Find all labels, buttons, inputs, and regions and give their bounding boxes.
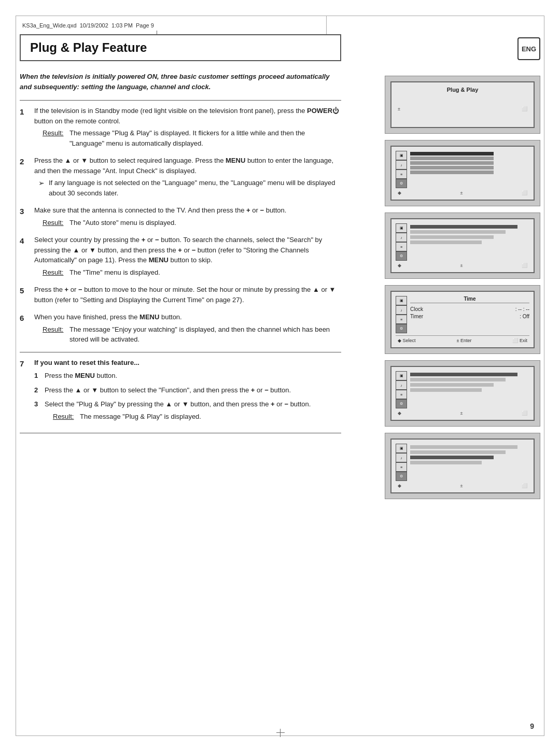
screen-4-sidebar: ▣ ♪ ≡ ⚙ (396, 296, 407, 333)
divider-1 (20, 100, 341, 101)
screen6-icon-3: ≡ (396, 462, 407, 472)
step-2-number: 2 (20, 155, 34, 198)
screen-5-pm: ± (460, 411, 463, 416)
screen-6: ▣ ♪ ≡ ⚙ ◆ ± ⬜ (385, 433, 540, 499)
screen-2-layout: ▣ ♪ ≡ ⚙ (396, 151, 529, 188)
screen5-icon-2: ♪ (396, 380, 407, 390)
page-header: KS3a_Eng_Wide.qxd 10/19/2002 1:03 PM Pag… (16, 16, 327, 34)
screen-2-menu: ⬜ (522, 190, 527, 195)
time-clock-value: : -- : -- (515, 306, 529, 312)
substep-7-3-result: Result: The message "Plug & Play" is dis… (53, 412, 341, 422)
step-6-result: Result: The message "Enjoy your watching… (43, 324, 341, 345)
screen-6-layout: ▣ ♪ ≡ ⚙ (396, 444, 529, 481)
header-text: KS3a_Eng_Wide.qxd (22, 22, 77, 29)
screen-3-pm: ± (460, 263, 463, 268)
step-1-content: If the television is in Standby mode (re… (34, 106, 341, 148)
step-1-result-text: The message "Plug & Play" is displayed. … (69, 128, 341, 148)
step-1-result-label: Result: (43, 128, 69, 148)
step-2-content: Press the ▲ or ▼ button to select requir… (34, 155, 341, 198)
screen-3: ▣ ♪ ≡ ⚙ ◆ ± ⬜ (385, 213, 540, 279)
lang-item-1 (410, 152, 494, 155)
main-content: Plug & Play Feature When the television … (20, 34, 341, 438)
step-1: 1 If the television is in Standby mode (… (20, 106, 341, 148)
screen-3-layout: ▣ ♪ ≡ ⚙ (396, 223, 529, 261)
screen3-icon-4: ⚙ (396, 251, 407, 261)
title-box: Plug & Play Feature (20, 34, 341, 61)
screen-2-inner: ▣ ♪ ≡ ⚙ ◆ ± ⬜ (390, 146, 535, 201)
screen3-icon-2: ♪ (396, 233, 407, 242)
screen-2-sidebar: ▣ ♪ ≡ ⚙ (396, 151, 407, 188)
screen-5-menu: ⬜ (522, 411, 527, 416)
page-title: Plug & Play Feature (30, 40, 331, 55)
screen-6-inner: ▣ ♪ ≡ ⚙ ◆ ± ⬜ (390, 438, 535, 493)
step-4-result-label: Result: (43, 267, 69, 278)
substep-7-3-result-label: Result: (53, 412, 80, 422)
step-3-result: Result: The "Auto store" menu is display… (43, 218, 341, 228)
icon-sound: ♪ (396, 160, 407, 169)
screen3-bar-3 (410, 235, 494, 239)
step-3-content: Make sure that the antenna is connected … (34, 205, 341, 228)
page-number: 9 (530, 722, 534, 730)
substep-7-3: 3 Select the "Plug & Play" by pressing t… (34, 399, 341, 421)
right-sidebar: Plug & Play ± ⬜ ▣ ♪ ≡ ⚙ (385, 34, 540, 505)
lang-item-3 (410, 161, 494, 165)
screen-2-nav: ◆ ± ⬜ (396, 188, 529, 195)
substep-7-2-text: Press the ▲ or ▼ button to select the "F… (45, 385, 291, 395)
screen4-icon-1: ▣ (396, 296, 407, 305)
screen-1-nav-pm: ± (398, 106, 400, 111)
screen-1-title: Plug & Play (396, 87, 529, 93)
screen-4-inner: ▣ ♪ ≡ ⚙ Time Clock : -- : -- Timer : Off (390, 291, 535, 348)
step-3-number: 3 (20, 205, 34, 228)
step-6: 6 When you have finished, press the MENU… (20, 312, 341, 345)
screen6-bar-2 (410, 450, 506, 454)
screen4-icon-2: ♪ (396, 305, 407, 315)
step-4-content: Select your country by pressing the + or… (34, 235, 341, 277)
time-timer-value: : Off (520, 314, 529, 319)
screen-3-main (410, 223, 529, 261)
time-timer-row: Timer : Off (410, 314, 529, 319)
screen-3-inner: ▣ ♪ ≡ ⚙ ◆ ± ⬜ (390, 218, 535, 273)
step-7-header: If you want to reset this feature... (34, 358, 341, 368)
screen-2: ▣ ♪ ≡ ⚙ ◆ ± ⬜ (385, 140, 540, 206)
screen-5-inner: ▣ ♪ ≡ ⚙ ◆ ± ⬜ (390, 366, 535, 421)
step-6-text: When you have finished, press the MENU b… (34, 313, 182, 321)
screen5-bar-1 (410, 373, 517, 376)
step-2: 2 Press the ▲ or ▼ button to select requ… (20, 155, 341, 198)
time-title: Time (410, 296, 529, 303)
screen4-icon-4: ⚙ (396, 324, 407, 333)
step-4-text: Select your country by pressing the + or… (34, 236, 322, 264)
screen3-icon-1: ▣ (396, 223, 407, 233)
screen-3-select: ◆ (398, 263, 401, 268)
step-6-result-text: The message "Enjoy your watching" is dis… (69, 324, 341, 345)
step-5-content: Press the + or − button to move to the h… (34, 285, 341, 305)
step-6-content: When you have finished, press the MENU b… (34, 312, 341, 345)
screen-4-exit: ⬜ Exit (512, 338, 527, 343)
screen-6-nav: ◆ ± ⬜ (396, 481, 529, 488)
step-6-number: 6 (20, 312, 34, 345)
screen-5-main (410, 371, 529, 408)
screen6-bar-1 (410, 445, 517, 449)
screen-5-sidebar: ▣ ♪ ≡ ⚙ (396, 371, 407, 408)
substep-7-1: 1 Press the MENU button. (34, 371, 341, 381)
step-4-number: 4 (20, 235, 34, 277)
substep-7-3-num: 3 (34, 399, 45, 421)
step-7: 7 If you want to reset this feature... 1… (20, 358, 341, 426)
intro-paragraph: When the television is initially powered… (20, 72, 341, 92)
divider-3 (20, 433, 341, 433)
screen4-icon-3: ≡ (396, 315, 407, 324)
screen-3-menu: ⬜ (522, 263, 527, 268)
icon-function: ⚙ (396, 179, 407, 188)
screen-1: Plug & Play ± ⬜ (385, 76, 540, 134)
screen-2-select: ◆ (398, 190, 401, 195)
screen-5: ▣ ♪ ≡ ⚙ ◆ ± ⬜ (385, 360, 540, 427)
screen5-bar-2 (410, 378, 506, 381)
screen-6-main (410, 444, 529, 481)
lang-item-2 (410, 157, 494, 160)
screen-4-main: Time Clock : -- : -- Timer : Off (410, 296, 529, 333)
icon-channel: ≡ (396, 169, 407, 179)
screen6-bar-3 (410, 456, 494, 459)
screen-6-menu: ⬜ (522, 483, 527, 488)
lang-item-5 (410, 171, 494, 174)
step-4-result-text: The "Time" menu is displayed. (69, 267, 160, 278)
substep-7-2: 2 Press the ▲ or ▼ button to select the … (34, 385, 341, 395)
